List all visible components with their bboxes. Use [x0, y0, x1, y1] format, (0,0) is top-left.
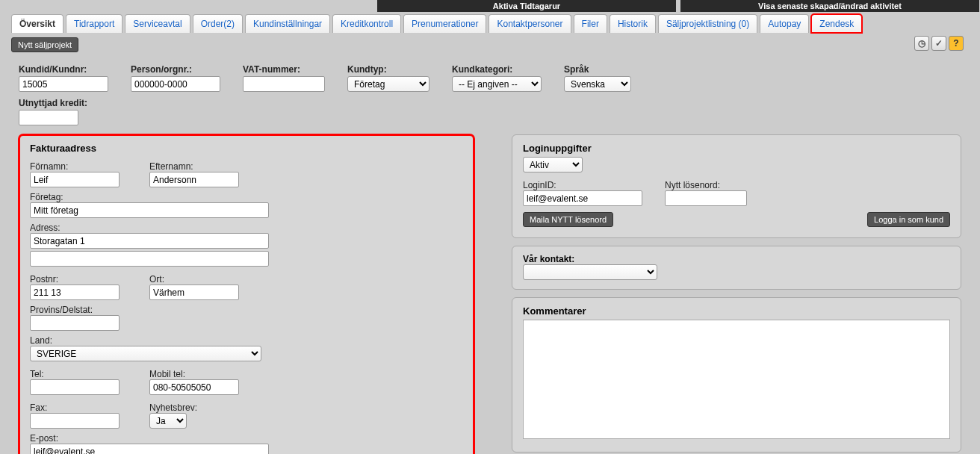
- field-kundkategori: Kundkategori: -- Ej angiven --: [452, 64, 542, 92]
- comments-panel: Kommentarer: [512, 297, 961, 453]
- adress-label: Adress:: [30, 223, 463, 233]
- login-status-select[interactable]: Aktiv: [523, 157, 583, 172]
- mail-password-button[interactable]: Maila NYTT lösenord: [523, 212, 613, 227]
- tab-serviceavtal[interactable]: Serviceavtal: [125, 14, 190, 33]
- tel-label: Tel:: [30, 369, 120, 379]
- tab-autopay[interactable]: Autopay: [760, 14, 809, 33]
- newpass-input[interactable]: [665, 190, 747, 206]
- orgnr-input[interactable]: [131, 76, 220, 92]
- tab-kreditkontroll[interactable]: Kreditkontroll: [332, 14, 401, 33]
- clock-icon[interactable]: ◷: [914, 36, 929, 51]
- land-label: Land:: [30, 335, 463, 346]
- field-kredit: Utnyttjad kredit:: [19, 98, 87, 125]
- kundid-input[interactable]: [19, 76, 108, 92]
- fornamn-input[interactable]: [30, 172, 120, 187]
- ort-input[interactable]: [149, 284, 239, 300]
- field-orgnr: Person/orgnr.:: [131, 64, 220, 92]
- loginid-label: LoginID:: [523, 180, 642, 190]
- tab-overview[interactable]: Översikt: [11, 14, 63, 33]
- tab-tidrapport[interactable]: Tidrapport: [66, 14, 122, 33]
- kredit-label: Utnyttjad kredit:: [19, 98, 87, 108]
- tab-kontaktpersoner[interactable]: Kontaktpersoner: [489, 14, 571, 33]
- efternamn-label: Efternamn:: [149, 161, 239, 172]
- epost-input[interactable]: [30, 444, 269, 454]
- tab-order[interactable]: Order(2): [193, 14, 243, 33]
- adress1-input[interactable]: [30, 233, 269, 249]
- provins-input[interactable]: [30, 315, 120, 331]
- tab-filer[interactable]: Filer: [574, 14, 607, 33]
- fax-input[interactable]: [30, 413, 120, 429]
- top-bar: Aktiva Tidtagarur Visa senaste skapad/än…: [0, 0, 980, 12]
- contact-select[interactable]: [523, 264, 657, 280]
- field-kundtyp: Kundtyp: Företag: [347, 64, 429, 92]
- mobil-input[interactable]: [149, 379, 239, 395]
- kundtyp-select[interactable]: Företag: [347, 76, 429, 92]
- vat-input[interactable]: [243, 76, 325, 92]
- our-contact-panel: Vår kontakt:: [512, 246, 961, 290]
- fornamn-label: Förnamn:: [30, 161, 120, 172]
- contact-title: Vår kontakt:: [523, 254, 950, 264]
- adress2-input[interactable]: [30, 251, 269, 267]
- new-salesproject-button[interactable]: Nytt säljprojekt: [11, 37, 78, 52]
- kundid-label: Kundid/Kundnr:: [19, 64, 108, 75]
- newpass-label: Nytt lösenord:: [665, 180, 747, 190]
- login-title: Loginuppgifter: [523, 143, 950, 154]
- topbar-active-timers[interactable]: Aktiva Tidtagarur: [377, 0, 676, 12]
- login-panel: Loginuppgifter Aktiv LoginID: Nytt lösen…: [512, 134, 961, 238]
- kundtyp-label: Kundtyp:: [347, 64, 429, 75]
- comments-textarea[interactable]: [523, 320, 950, 439]
- invoice-title: Fakturaadress: [30, 143, 463, 154]
- help-icon[interactable]: ?: [949, 36, 964, 51]
- check-icon[interactable]: ✓: [931, 36, 946, 51]
- land-select[interactable]: SVERIGE: [30, 346, 261, 361]
- nyhetsbrev-select[interactable]: Ja: [149, 413, 187, 429]
- kundkat-label: Kundkategori:: [452, 64, 542, 75]
- field-sprak: Språk Svenska: [564, 64, 631, 92]
- tab-prenumerationer[interactable]: Prenumerationer: [403, 14, 486, 33]
- vat-label: VAT-nummer:: [243, 64, 325, 75]
- field-vat: VAT-nummer:: [243, 64, 325, 92]
- tab-zendesk[interactable]: Zendesk: [811, 14, 862, 33]
- nyhetsbrev-label: Nyhetsbrev:: [149, 402, 197, 413]
- postnr-label: Postnr:: [30, 274, 120, 284]
- fax-label: Fax:: [30, 402, 120, 413]
- mobil-label: Mobil tel:: [149, 369, 239, 379]
- tab-saljprojektlistning[interactable]: Säljprojektlistning (0): [658, 14, 757, 33]
- kredit-input[interactable]: [19, 110, 78, 125]
- loginid-input[interactable]: [523, 190, 642, 206]
- sprak-label: Språk: [564, 64, 631, 75]
- topbar-recent-activity[interactable]: Visa senaste skapad/ändrad aktivitet: [680, 0, 979, 12]
- foretag-input[interactable]: [30, 202, 269, 218]
- epost-label: E-post:: [30, 433, 463, 444]
- efternamn-input[interactable]: [149, 172, 239, 187]
- provins-label: Provins/Delstat:: [30, 305, 463, 315]
- postnr-input[interactable]: [30, 284, 120, 300]
- tel-input[interactable]: [30, 379, 120, 395]
- kundkat-select[interactable]: -- Ej angiven --: [452, 76, 542, 92]
- sprak-select[interactable]: Svenska: [564, 76, 631, 92]
- tab-bar: Översikt Tidrapport Serviceavtal Order(2…: [0, 12, 980, 33]
- field-kundid: Kundid/Kundnr:: [19, 64, 108, 92]
- foretag-label: Företag:: [30, 192, 463, 202]
- tab-kundinstallningar[interactable]: Kundinställningar: [245, 14, 330, 33]
- comments-title: Kommentarer: [523, 305, 950, 317]
- login-as-customer-button[interactable]: Logga in som kund: [867, 212, 950, 227]
- orgnr-label: Person/orgnr.:: [131, 64, 220, 75]
- ort-label: Ort:: [149, 274, 239, 284]
- invoice-address-panel: Fakturaadress Förnamn: Efternamn: Företa…: [19, 134, 474, 454]
- tab-historik[interactable]: Historik: [610, 14, 656, 33]
